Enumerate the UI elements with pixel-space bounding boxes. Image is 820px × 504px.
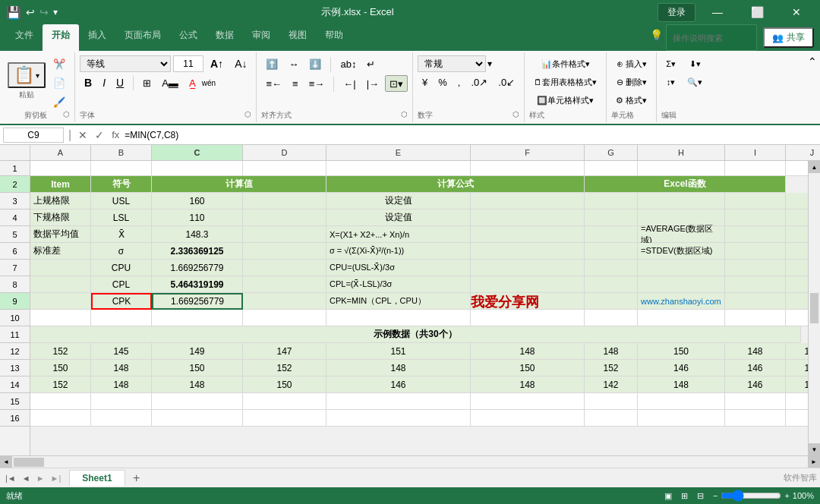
cell-h14[interactable]: 148: [638, 376, 725, 393]
cell-i10[interactable]: [725, 310, 786, 326]
cell-j1[interactable]: [786, 161, 808, 176]
scroll-down-arrow[interactable]: ▼: [809, 443, 820, 455]
cell-a1[interactable]: [30, 161, 91, 176]
cell-d12[interactable]: 147: [243, 343, 326, 360]
cell-b3[interactable]: USL: [91, 193, 152, 209]
scroll-thumb[interactable]: [810, 293, 818, 323]
paste-button[interactable]: 📋 ▾: [8, 62, 46, 88]
cell-styles-button[interactable]: 🔲单元格样式▾: [529, 92, 601, 109]
cell-d16[interactable]: [243, 410, 326, 427]
cut-button[interactable]: ✂️: [49, 55, 70, 72]
sheet-nav-last[interactable]: ►|: [49, 474, 64, 483]
search-input[interactable]: [666, 24, 757, 51]
align-center-button[interactable]: ≡: [288, 75, 303, 92]
row-header-8[interactable]: 8: [0, 276, 30, 293]
tab-data[interactable]: 数据: [207, 24, 243, 51]
cell-g7[interactable]: [585, 260, 638, 276]
cell-h3[interactable]: [638, 193, 725, 209]
cell-h8[interactable]: [638, 276, 725, 293]
redo-icon[interactable]: ↪: [39, 6, 49, 18]
cell-f16[interactable]: [471, 410, 585, 427]
undo-icon[interactable]: ↩: [26, 6, 35, 18]
cell-g1[interactable]: [585, 161, 638, 176]
cell-g5[interactable]: [585, 226, 638, 243]
cell-c13[interactable]: 150: [152, 360, 243, 376]
number-format-select[interactable]: 常规: [418, 55, 486, 72]
cell-g8[interactable]: [585, 276, 638, 293]
increase-indent-button[interactable]: |→: [362, 75, 383, 92]
formula-input[interactable]: =MIN(C7,C8): [125, 130, 817, 140]
cell-f10[interactable]: [471, 310, 585, 326]
zoom-in-button[interactable]: +: [784, 491, 789, 500]
cell-e8[interactable]: CPL=(X̄-LSL)/3σ: [326, 276, 471, 293]
cell-g4[interactable]: [585, 209, 638, 226]
cell-h12[interactable]: 150: [638, 343, 725, 360]
cell-d7[interactable]: [243, 260, 326, 276]
cell-h15[interactable]: [638, 393, 725, 410]
col-header-d[interactable]: D: [243, 145, 326, 160]
cell-b9[interactable]: CPK: [91, 293, 152, 310]
autosum-button[interactable]: Σ▾: [661, 55, 680, 72]
cell-i3[interactable]: [725, 193, 786, 209]
cell-i6[interactable]: [725, 243, 786, 260]
align-bottom-button[interactable]: ⬇️: [304, 55, 326, 72]
row-header-15[interactable]: 15: [0, 393, 30, 410]
cell-b2[interactable]: 符号: [91, 176, 152, 193]
cell-d8[interactable]: [243, 276, 326, 293]
cell-e13[interactable]: 148: [326, 360, 471, 376]
cell-b6[interactable]: σ: [91, 243, 152, 260]
thousand-separator-button[interactable]: ,: [453, 74, 465, 90]
insert-cells-button[interactable]: ⊕ 插入▾: [611, 55, 651, 72]
row-header-3[interactable]: 3: [0, 193, 30, 209]
cell-c15[interactable]: [152, 393, 243, 410]
cell-f15[interactable]: [471, 393, 585, 410]
cell-j6[interactable]: [786, 243, 808, 260]
cell-a6[interactable]: 标准差: [30, 243, 91, 260]
cell-c16[interactable]: [152, 410, 243, 427]
cell-a2[interactable]: Item: [30, 176, 91, 193]
col-header-e[interactable]: E: [326, 145, 471, 160]
number-expand[interactable]: ⬡: [512, 110, 519, 118]
underline-button[interactable]: U: [112, 74, 128, 91]
cell-e9[interactable]: CPK=MIN（CPL，CPU）: [326, 293, 471, 310]
cell-d14[interactable]: 150: [243, 376, 326, 393]
cell-j13[interactable]: 147: [786, 360, 808, 376]
format-cells-button[interactable]: ⚙ 格式▾: [611, 92, 651, 109]
cell-b12[interactable]: 145: [91, 343, 152, 360]
row-header-14[interactable]: 14: [0, 376, 30, 393]
cell-d15[interactable]: [243, 393, 326, 410]
col-header-b[interactable]: B: [91, 145, 152, 160]
insert-function-icon[interactable]: fx: [109, 129, 121, 140]
col-header-j[interactable]: J: [786, 145, 820, 160]
cell-f7[interactable]: [471, 260, 585, 276]
cell-a13[interactable]: 150: [30, 360, 91, 376]
cell-e12[interactable]: 151: [326, 343, 471, 360]
cell-j3[interactable]: [786, 193, 808, 209]
wrap-text-button[interactable]: ↵: [362, 55, 380, 72]
view-pagebreak-icon[interactable]: ⊟: [697, 491, 704, 501]
sort-filter-button[interactable]: ↕▾: [661, 74, 680, 90]
sheet-tab-sheet1[interactable]: Sheet1: [69, 470, 125, 486]
alignment-expand[interactable]: ⬡: [401, 110, 408, 118]
cell-g13[interactable]: 152: [585, 360, 638, 376]
cell-a4[interactable]: 下规格限: [30, 209, 91, 226]
increase-font-button[interactable]: A↑: [206, 55, 228, 72]
cell-a8[interactable]: [30, 276, 91, 293]
cell-h1[interactable]: [638, 161, 725, 176]
cell-h5[interactable]: =AVERAGE(数据区域): [638, 226, 725, 243]
cell-b7[interactable]: CPU: [91, 260, 152, 276]
cell-c7[interactable]: 1.669256779: [152, 260, 243, 276]
cell-a12[interactable]: 152: [30, 343, 91, 360]
tab-view[interactable]: 视图: [279, 24, 316, 51]
col-header-g[interactable]: G: [585, 145, 638, 160]
cell-h2[interactable]: Excel函数: [585, 176, 786, 193]
cell-g3[interactable]: [585, 193, 638, 209]
cell-g9[interactable]: [585, 293, 638, 310]
cell-h9[interactable]: www.zhanshaoyi.com: [638, 293, 725, 310]
scroll-right-arrow[interactable]: ►: [808, 456, 820, 468]
conditional-format-button[interactable]: 📊条件格式▾: [529, 55, 601, 72]
cell-j5[interactable]: [786, 226, 808, 243]
cell-a3[interactable]: 上规格限: [30, 193, 91, 209]
merge-center-button[interactable]: ⊡▾: [385, 75, 408, 92]
tab-help[interactable]: 帮助: [316, 24, 352, 51]
